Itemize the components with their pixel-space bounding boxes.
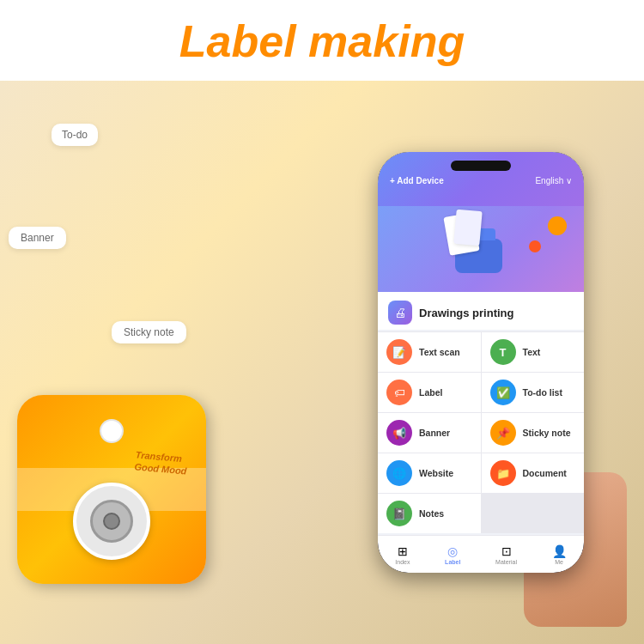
nav-index[interactable]: ⊞ Index <box>395 544 410 565</box>
sticker-sticky-text: Sticky note <box>124 326 174 338</box>
hero-paper2 <box>453 210 482 246</box>
app-grid: 📝 Text scan T Text 🏷 <box>378 331 584 533</box>
phone-topbar-row: + Add Device English ∨ <box>390 176 572 185</box>
banner-label: Banner <box>419 428 450 438</box>
section-title: Drawings printing <box>419 307 514 319</box>
phone-hero <box>378 206 584 292</box>
phone-screen: + Add Device English ∨ <box>378 152 584 573</box>
printer-device: Transform Good Mood <box>17 395 215 592</box>
document-label: Document <box>523 468 567 478</box>
todo-label: To-do list <box>523 387 562 398</box>
notes-label: Notes <box>419 508 444 519</box>
nav-material-label: Material <box>495 559 517 565</box>
nav-index-label: Index <box>395 559 410 565</box>
nav-me-label: Me <box>555 559 563 565</box>
sticker-todo: To-do <box>52 124 98 146</box>
page-wrapper: Label making To-do Banner Sticky note To… <box>0 0 644 644</box>
banner-icon: 📢 <box>386 420 412 446</box>
nav-label-icon: ◎ <box>447 544 458 558</box>
sticky-icon: 📌 <box>490 420 516 446</box>
app-item-document[interactable]: 📁 Document <box>482 453 585 493</box>
sticky-label: Sticky note <box>523 428 571 438</box>
app-item-sticky[interactable]: 📌 Sticky note <box>482 413 585 453</box>
language-selector[interactable]: English ∨ <box>535 176 572 185</box>
phone-bottom-nav: ⊞ Index ◎ Label ⊡ Material 👤 <box>378 535 584 573</box>
printer-brand-text: Transform Good Mood <box>134 448 188 477</box>
website-icon: 🌐 <box>386 460 412 486</box>
todo-icon: ✅ <box>490 380 516 405</box>
text-scan-icon: 📝 <box>386 339 412 365</box>
hero-ball2 <box>529 240 541 252</box>
nav-label[interactable]: ◎ Label <box>445 544 460 565</box>
sticker-todo-text: To-do <box>62 129 88 141</box>
section-icon: 🖨 <box>388 301 412 325</box>
add-device-button[interactable]: + Add Device <box>390 176 444 185</box>
printer-body: Transform Good Mood <box>17 395 206 584</box>
sticker-banner: Banner <box>9 227 66 249</box>
section-title-row: 🖨 Drawings printing <box>378 292 584 330</box>
label-icon: 🏷 <box>386 380 412 405</box>
text-icon: T <box>490 339 516 365</box>
label-label: Label <box>419 387 442 398</box>
sticker-banner-text: Banner <box>21 232 54 244</box>
text-scan-label: Text scan <box>419 347 460 357</box>
nav-material-icon: ⊡ <box>501 544 512 558</box>
phone-wrapper: + Add Device English ∨ <box>343 98 618 627</box>
phone: + Add Device English ∨ <box>378 152 584 573</box>
nav-me[interactable]: 👤 Me <box>552 544 567 565</box>
document-icon: 📁 <box>490 460 516 486</box>
app-item-text-scan[interactable]: 📝 Text scan <box>378 332 481 372</box>
app-item-banner[interactable]: 📢 Banner <box>378 413 481 453</box>
nav-material[interactable]: ⊡ Material <box>495 544 517 565</box>
hero-ball <box>548 216 567 235</box>
header: Label making <box>0 0 644 81</box>
app-item-text[interactable]: T Text <box>482 332 585 372</box>
printer-button[interactable] <box>100 419 124 443</box>
phone-notch <box>451 161 511 171</box>
page-title: Label making <box>179 15 465 72</box>
nav-me-icon: 👤 <box>552 544 567 558</box>
app-item-label[interactable]: 🏷 Label <box>378 373 481 412</box>
sticker-sticky-note: Sticky note <box>112 321 186 343</box>
nav-index-icon: ⊞ <box>398 544 408 558</box>
printer-lens-outer <box>73 483 150 560</box>
printer-lens-inner <box>90 500 133 543</box>
printer-lens-center <box>103 513 120 530</box>
app-item-website[interactable]: 🌐 Website <box>378 453 481 493</box>
nav-label-label: Label <box>445 559 460 565</box>
website-label: Website <box>419 468 453 478</box>
main-content: To-do Banner Sticky note To-do Transform… <box>0 81 644 644</box>
text-label: Text <box>523 347 541 357</box>
app-item-todo[interactable]: ✅ To-do list <box>482 373 585 412</box>
notes-icon: 📓 <box>386 501 412 526</box>
app-item-notes[interactable]: 📓 Notes <box>378 494 481 533</box>
